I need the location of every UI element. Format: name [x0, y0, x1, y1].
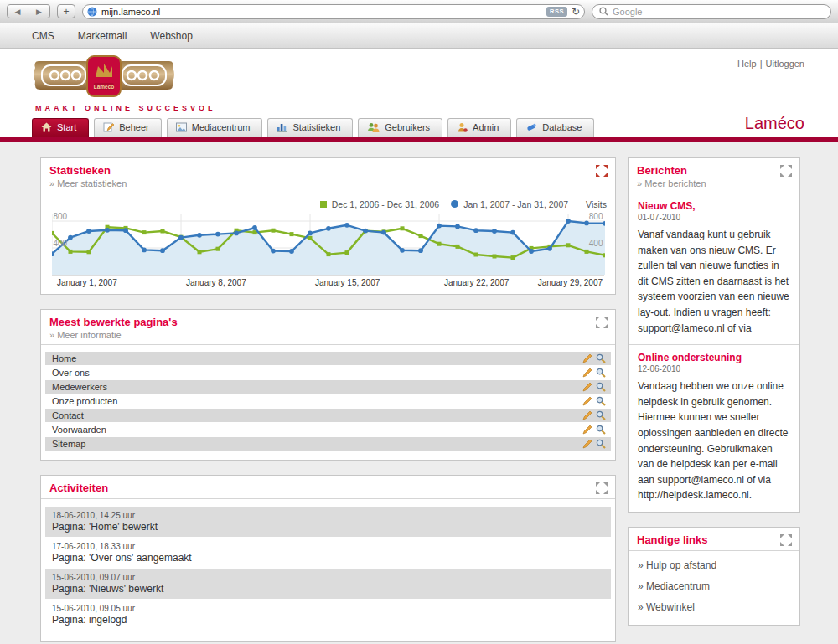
chart-legend: Dec 1, 2006 - Dec 31, 2006 Jan 1, 2007 -…	[41, 193, 615, 213]
page-row[interactable]: Over ons	[45, 366, 611, 379]
expand-icon[interactable]	[780, 165, 792, 177]
activities-title: Activiteiten	[49, 482, 607, 494]
statistics-panel: Statistieken » Meer statistieken Dec 1, …	[40, 157, 616, 295]
address-bar[interactable]: mijn.lameco.nl RSS ↻	[82, 4, 585, 19]
more-messages-link[interactable]: » Meer berichten	[637, 178, 791, 188]
link-webwinkel[interactable]: » Webwinkel	[638, 601, 790, 613]
legend-label-dec: Dec 1, 2006 - Dec 31, 2006	[332, 199, 439, 209]
left-column: Statistieken » Meer statistieken Dec 1, …	[40, 157, 616, 644]
activity-list: 18-06-2010, 14.25 uurPagina: 'Home' bewe…	[41, 499, 615, 641]
users-icon	[367, 122, 380, 132]
view-magnifier-icon[interactable]	[596, 382, 606, 392]
link-mediacentrum[interactable]: » Mediacentrum	[638, 580, 790, 592]
search-placeholder: Google	[613, 7, 642, 17]
page-row[interactable]: Voorwaarden	[45, 423, 611, 436]
chart-x-axis: January 1, 2007 January 8, 2007 January …	[52, 275, 604, 289]
tab-gebruikers[interactable]: Gebruikers	[358, 118, 442, 137]
tab-admin[interactable]: Admin	[447, 118, 511, 137]
link-hulp-op-afstand[interactable]: » Hulp op afstand	[638, 559, 790, 571]
page-row[interactable]: Onze producten	[45, 394, 611, 408]
home-icon	[41, 122, 52, 132]
edit-pencil-icon[interactable]	[582, 396, 592, 406]
view-magnifier-icon[interactable]	[596, 439, 606, 449]
dashboard-content: Statistieken » Meer statistieken Dec 1, …	[0, 142, 838, 644]
menu-item-marketmail[interactable]: Marketmail	[78, 30, 127, 42]
rss-badge[interactable]: RSS	[546, 7, 567, 17]
browser-back-button[interactable]: ◀	[7, 4, 28, 18]
view-magnifier-icon[interactable]	[596, 353, 606, 363]
message-date: 12-06-2010	[638, 364, 790, 374]
ytick-400-left: 400	[54, 239, 68, 248]
tab-beheer[interactable]: Beheer	[94, 118, 161, 137]
visits-label: Visits	[586, 199, 607, 209]
visits-chart: 800 400 800 400 January 1, 2007 January …	[41, 213, 615, 289]
tab-statistieken[interactable]: Statistieken	[267, 118, 353, 137]
new-tab-button[interactable]: +	[57, 4, 75, 18]
activity-item: 15-06-2010, 09.05 uurPagina: ingelogd	[45, 600, 611, 630]
activity-timestamp: 18-06-2010, 14.25 uur	[52, 511, 604, 520]
activity-text: Pagina: ingelogd	[52, 614, 604, 626]
edit-pencil-icon[interactable]	[582, 368, 592, 378]
ytick-800-right: 800	[589, 212, 603, 221]
page-row[interactable]: Sitemap	[45, 437, 611, 451]
tab-label: Database	[542, 122, 582, 132]
expand-icon[interactable]	[596, 165, 608, 177]
browser-forward-button[interactable]: ▶	[28, 4, 50, 18]
view-magnifier-icon[interactable]	[596, 410, 606, 420]
menu-item-webshop[interactable]: Webshop	[150, 30, 192, 42]
expand-icon[interactable]	[596, 317, 608, 328]
page-name: Onze producten	[52, 396, 117, 406]
page-row[interactable]: Contact	[45, 409, 611, 422]
edit-pencil-icon[interactable]	[582, 439, 592, 449]
page-row[interactable]: Home	[45, 352, 611, 365]
legend-swatch-green	[320, 201, 327, 208]
edit-page-icon	[103, 122, 114, 132]
logout-link[interactable]: Uitloggen	[766, 59, 804, 69]
legend-label-jan: Jan 1, 2007 - Jan 31, 2007	[463, 199, 568, 209]
edit-pencil-icon[interactable]	[582, 382, 592, 392]
site-favicon	[87, 7, 97, 17]
page-name: Home	[52, 353, 76, 363]
statistics-title: Statistieken	[49, 164, 607, 177]
xtick-jan8: January 8, 2007	[186, 278, 246, 287]
xtick-jan1: January 1, 2007	[57, 278, 117, 287]
svg-text:Laméco: Laméco	[94, 84, 115, 90]
message-item: Online ondersteuning 12-06-2010 Vandaag …	[628, 344, 799, 512]
expand-icon[interactable]	[780, 534, 792, 546]
help-divider: |	[760, 59, 763, 69]
tab-label: Beheer	[119, 122, 148, 132]
tab-label: Gebruikers	[385, 122, 430, 132]
tab-mediacentrum[interactable]: Mediacentrum	[167, 118, 263, 137]
search-input[interactable]: Google	[592, 4, 831, 19]
site-header: Help | Uitloggen Laméco MAAKT ON	[0, 49, 838, 116]
browser-toolbar: ◀ ▶ + mijn.lameco.nl RSS ↻ Google	[0, 0, 838, 23]
search-icon	[599, 7, 608, 16]
legend-separator	[577, 198, 577, 209]
page-name: Voorwaarden	[52, 425, 106, 435]
page-row[interactable]: Medewerkers	[45, 380, 611, 394]
activity-item: 18-06-2010, 14.25 uurPagina: 'Home' bewe…	[45, 507, 611, 537]
activities-panel: Activiteiten 18-06-2010, 14.25 uurPagina…	[40, 475, 616, 642]
view-magnifier-icon[interactable]	[596, 368, 606, 378]
reload-icon[interactable]: ↻	[572, 7, 580, 17]
ytick-800-left: 800	[54, 212, 68, 221]
tab-label: Start	[57, 122, 76, 132]
expand-icon[interactable]	[596, 482, 608, 494]
tab-start[interactable]: Start	[32, 118, 89, 137]
more-info-link[interactable]: » Meer informatie	[49, 330, 607, 340]
edit-pencil-icon[interactable]	[582, 425, 592, 435]
view-magnifier-icon[interactable]	[596, 396, 606, 406]
chart-plot	[52, 214, 605, 275]
activity-text: Pagina: 'Over ons' aangemaakt	[52, 552, 604, 564]
activity-timestamp: 15-06-2010, 09.05 uur	[52, 604, 604, 613]
edit-pencil-icon[interactable]	[582, 353, 592, 363]
admin-user-icon	[457, 122, 468, 132]
more-statistics-link[interactable]: » Meer statistieken	[49, 178, 607, 188]
menu-item-cms[interactable]: CMS	[32, 30, 54, 42]
edit-pencil-icon[interactable]	[582, 410, 592, 420]
tab-database[interactable]: Database	[516, 118, 594, 137]
view-magnifier-icon[interactable]	[596, 425, 606, 435]
page-name: Medewerkers	[52, 382, 107, 392]
bar-chart-icon	[277, 122, 287, 132]
help-link[interactable]: Help	[737, 59, 757, 69]
